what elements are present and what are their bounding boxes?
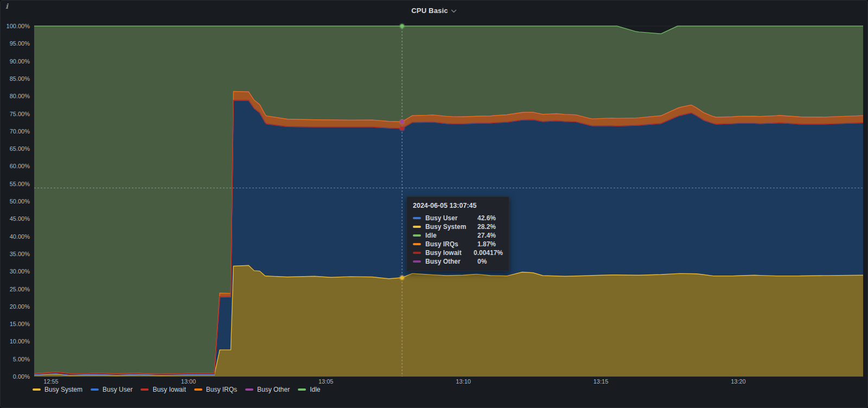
y-tick-label: 50.00% xyxy=(2,198,30,205)
tooltip-row: Busy IRQs1.87% xyxy=(413,240,503,248)
y-tick-label: 60.00% xyxy=(2,163,30,169)
tooltip-series-label: Busy System xyxy=(425,223,473,231)
legend-label: Busy Iowait xyxy=(152,386,186,393)
y-tick-label: 95.00% xyxy=(2,40,30,47)
tooltip-swatch xyxy=(413,260,421,263)
tooltip-row: Busy User42.6% xyxy=(413,214,503,222)
y-tick-label: 85.00% xyxy=(2,75,30,82)
y-tick-label: 20.00% xyxy=(2,303,30,310)
y-tick-label: 75.00% xyxy=(2,111,30,117)
legend-item-busy-iowait[interactable]: Busy Iowait xyxy=(141,386,186,393)
tooltip-row: Busy System28.2% xyxy=(413,222,503,231)
tooltip-series-label: Busy Iowait xyxy=(425,249,469,257)
y-tick-label: 55.00% xyxy=(2,181,30,187)
x-tick-label: 13:15 xyxy=(593,378,609,385)
legend-swatch xyxy=(245,388,253,391)
tooltip-title: 2024-06-05 13:07:45 xyxy=(413,202,503,209)
cpu-basic-panel: CPU Basic i 100.00%95.00%90.00%85.00%80.… xyxy=(0,0,868,408)
x-tick-label: 13:00 xyxy=(181,378,196,385)
tooltip-swatch xyxy=(413,252,421,254)
legend-label: Busy Other xyxy=(257,386,290,393)
tooltip-series-label: Busy IRQs xyxy=(425,240,473,248)
tooltip-series-value: 0.00417% xyxy=(474,249,503,257)
y-tick-label: 40.00% xyxy=(2,233,30,240)
x-tick-label: 13:10 xyxy=(456,378,471,385)
y-tick-label: 80.00% xyxy=(2,93,30,99)
legend-label: Idle xyxy=(310,386,320,393)
legend-label: Busy User xyxy=(103,386,132,393)
y-tick-label: 15.00% xyxy=(2,321,30,327)
tooltip-row: Idle27.4% xyxy=(413,231,503,240)
legend-label: Busy IRQs xyxy=(206,386,237,393)
legend-item-idle[interactable]: Idle xyxy=(298,386,320,393)
legend: Busy SystemBusy UserBusy IowaitBusy IRQs… xyxy=(33,386,321,393)
chart-tooltip: 2024-06-05 13:07:45 Busy User42.6%Busy S… xyxy=(406,196,509,271)
legend-item-busy-irqs[interactable]: Busy IRQs xyxy=(194,386,237,393)
hover-dot-iowait xyxy=(399,125,405,131)
y-tick-label: 65.00% xyxy=(2,145,30,152)
tooltip-swatch xyxy=(413,217,421,219)
y-tick-label: 70.00% xyxy=(2,128,30,135)
x-tick-label: 13:05 xyxy=(318,378,334,385)
tooltip-series-value: 28.2% xyxy=(477,223,496,231)
legend-swatch xyxy=(141,388,149,391)
y-tick-label: 100.00% xyxy=(2,23,30,29)
tooltip-swatch xyxy=(413,234,421,237)
y-tick-label: 5.00% xyxy=(2,356,30,362)
tooltip-swatch xyxy=(413,243,421,245)
y-tick-label: 45.00% xyxy=(2,215,30,222)
tooltip-series-value: 27.4% xyxy=(477,232,496,239)
hover-dot-idle xyxy=(399,23,405,29)
tooltip-series-label: Busy User xyxy=(425,214,473,222)
hover-dot-other xyxy=(399,119,405,125)
legend-item-busy-other[interactable]: Busy Other xyxy=(245,386,290,393)
tooltip-series-label: Busy Other xyxy=(425,258,473,265)
legend-item-busy-user[interactable]: Busy User xyxy=(91,386,132,393)
x-tick-label: 12:55 xyxy=(43,378,59,385)
y-tick-label: 35.00% xyxy=(2,251,30,257)
x-tick-label: 13:20 xyxy=(731,378,746,385)
tooltip-swatch xyxy=(413,226,421,228)
tooltip-series-value: 42.6% xyxy=(477,214,496,222)
y-tick-label: 30.00% xyxy=(2,268,30,275)
legend-swatch xyxy=(33,388,41,391)
y-tick-label: 10.00% xyxy=(2,338,30,345)
legend-label: Busy System xyxy=(44,386,82,393)
tooltip-series-label: Idle xyxy=(425,232,473,239)
y-tick-label: 25.00% xyxy=(2,286,30,292)
hover-dot-system xyxy=(399,275,405,280)
legend-item-busy-system[interactable]: Busy System xyxy=(33,386,82,393)
tooltip-series-value: 1.87% xyxy=(477,240,496,248)
legend-swatch xyxy=(91,388,99,391)
tooltip-series-value: 0% xyxy=(477,258,487,265)
tooltip-row: Busy Other0% xyxy=(413,257,503,266)
legend-swatch xyxy=(194,388,202,391)
y-tick-label: 90.00% xyxy=(2,58,30,65)
y-tick-label: 0.00% xyxy=(2,373,30,380)
tooltip-row: Busy Iowait0.00417% xyxy=(413,248,503,257)
legend-swatch xyxy=(298,388,306,391)
